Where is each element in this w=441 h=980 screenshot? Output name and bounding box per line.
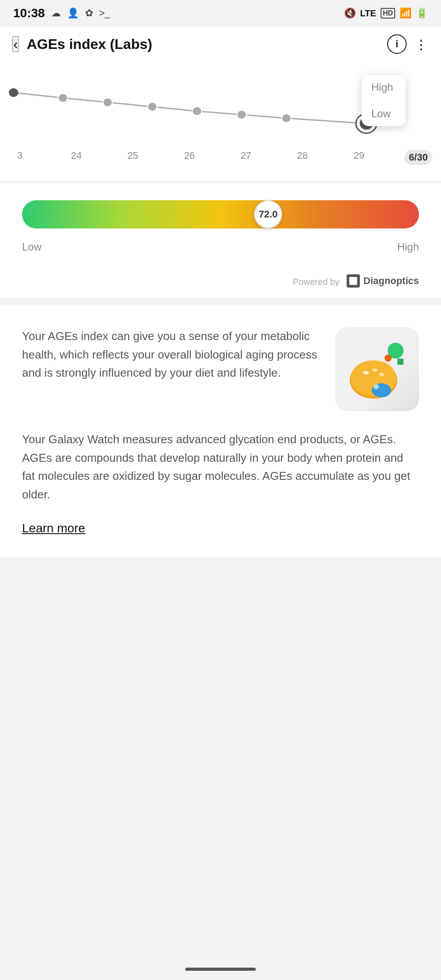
- chart-area: High Low 3 24: [9, 75, 432, 172]
- cloud-icon: ☁: [51, 7, 61, 19]
- hd-icon: HD: [381, 8, 395, 19]
- mute-icon: 🔇: [344, 7, 356, 19]
- info-section: Your AGEs index can give you a sense of …: [0, 305, 441, 557]
- diagnoptics-sq-inner: [349, 277, 357, 285]
- chart-dot-4: [148, 102, 157, 111]
- svg-point-6: [385, 355, 392, 362]
- learn-more-link[interactable]: Learn more: [22, 521, 85, 535]
- back-button[interactable]: ‹: [12, 36, 19, 52]
- chart-section: High Low 3 24: [0, 62, 441, 181]
- lte-badge: LTE: [360, 8, 376, 19]
- diagnoptics-brand-name: Diagnoptics: [363, 275, 419, 287]
- svg-point-4: [379, 373, 384, 376]
- chart-dot-7: [282, 114, 291, 123]
- svg-rect-7: [397, 359, 404, 365]
- chart-dot-3: [103, 98, 112, 107]
- chart-date-4: 27: [235, 150, 257, 165]
- battery-icon: 🔋: [416, 7, 428, 19]
- gauge-bar: 72.0: [22, 200, 419, 228]
- status-bar-left: 10:38 ☁ 👤 ✿ >_: [13, 6, 110, 20]
- chart-dot-2: [58, 94, 67, 102]
- status-bar-right: 🔇 LTE HD 📶 🔋: [344, 7, 428, 19]
- page-header: ‹ AGEs index (Labs) i ⋮: [0, 26, 441, 62]
- gauge-labels: Low High: [22, 241, 419, 253]
- home-indicator: [185, 968, 256, 971]
- svg-point-2: [363, 371, 369, 374]
- gauge-indicator: 72.0: [254, 200, 282, 228]
- fan-icon: ✿: [85, 7, 93, 19]
- section-divider: [0, 298, 441, 305]
- info-text-block-1: Your AGEs index can give you a sense of …: [22, 327, 322, 411]
- gauge-value: 72.0: [259, 209, 278, 220]
- tooltip-low-label: Low: [371, 108, 396, 120]
- gauge-low-label: Low: [22, 241, 41, 253]
- terminal-icon: >_: [99, 7, 110, 19]
- chart-date-0: 3: [9, 150, 31, 165]
- page-title: AGEs index (Labs): [27, 36, 379, 52]
- gauge-high-label: High: [397, 241, 419, 253]
- tooltip-high-label: High: [371, 81, 396, 94]
- bottom-space: [0, 557, 441, 734]
- chart-date-3: 26: [178, 150, 200, 165]
- chart-dot-6: [237, 110, 246, 119]
- svg-point-9: [374, 384, 379, 389]
- chart-dot-5: [192, 107, 202, 116]
- info-button[interactable]: i: [387, 34, 407, 54]
- status-time: 10:38: [13, 6, 45, 20]
- chart-date-2: 25: [122, 150, 144, 165]
- gauge-section: 72.0 Low High: [0, 183, 441, 266]
- food-illustration: [342, 334, 412, 404]
- info-block-row: Your AGEs index can give you a sense of …: [22, 327, 419, 411]
- info-paragraph-2: Your Galaxy Watch measures advanced glyc…: [22, 430, 419, 504]
- powered-by-logo: Diagnoptics: [347, 279, 419, 286]
- info-image: [335, 327, 419, 411]
- svg-point-3: [372, 369, 377, 372]
- bottom-bar: [0, 958, 441, 980]
- info-paragraph-1: Your AGEs index can give you a sense of …: [22, 327, 322, 382]
- diagnoptics-square-icon: [347, 274, 360, 288]
- chart-dates: 3 24 25 26 27 28 29 6/30: [9, 150, 432, 165]
- chart-date-6: 29: [348, 150, 370, 165]
- person-icon: 👤: [67, 7, 79, 19]
- chart-tooltip: High Low: [362, 75, 406, 126]
- signal-icon: 📶: [400, 7, 411, 19]
- more-button[interactable]: ⋮: [415, 37, 429, 52]
- diagnoptics-logo: Diagnoptics: [347, 274, 419, 288]
- chart-date-5: 28: [292, 150, 314, 165]
- info-icon-label: i: [396, 38, 398, 50]
- chart-date-active[interactable]: 6/30: [404, 150, 432, 165]
- powered-by-section: Powered by Diagnoptics: [0, 266, 441, 298]
- status-bar: 10:38 ☁ 👤 ✿ >_ 🔇 LTE HD 📶 🔋: [0, 0, 441, 26]
- chart-dot-1: [9, 88, 18, 97]
- gauge-bar-wrap: 72.0: [22, 200, 419, 236]
- chart-date-1: 24: [65, 150, 87, 165]
- powered-by-text: Powered by: [293, 277, 340, 287]
